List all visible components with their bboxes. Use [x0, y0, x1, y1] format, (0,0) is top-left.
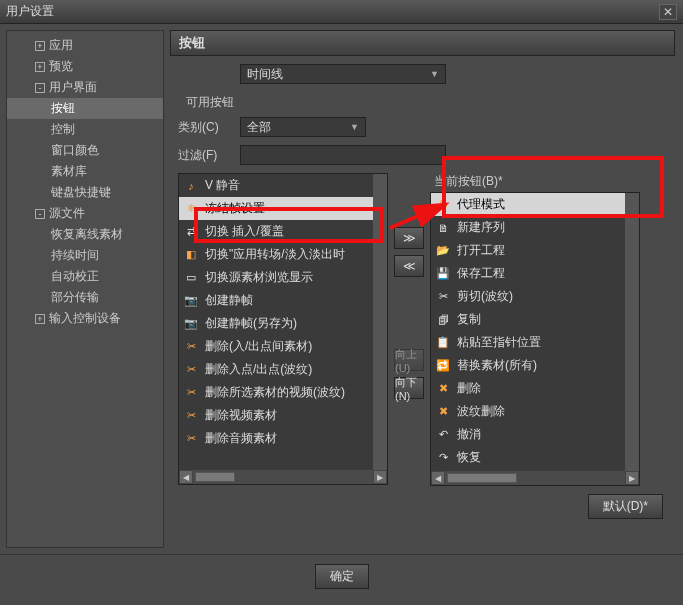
- settings-panel: 按钮 时间线▼ 可用按钮 类别(C) 全部▼ 过滤(F) ♪V 静音 ❄冻结帧设…: [164, 24, 683, 554]
- list-item: ✂剪切(波纹): [431, 285, 625, 308]
- list-item: ✂删除音频素材: [179, 427, 373, 450]
- list-item: 🗎新建序列: [431, 216, 625, 239]
- list-item: 🔁替换素材(所有): [431, 354, 625, 377]
- redo-icon: ↷: [435, 451, 451, 465]
- delete2-icon: ✖: [435, 382, 451, 396]
- tree-item-autofix[interactable]: 自动校正: [7, 266, 163, 287]
- section-title: 按钮: [170, 30, 675, 56]
- list-item: ✂删除视频素材: [179, 404, 373, 427]
- annotation-arrow-icon: [388, 200, 458, 240]
- tree-item-app[interactable]: +应用: [7, 35, 163, 56]
- main-area: +应用 +预览 -用户界面 按钮 控制 窗口颜色 素材库 键盘快捷键 -源文件 …: [0, 24, 683, 554]
- tree-item-source[interactable]: -源文件: [7, 203, 163, 224]
- paste-icon: 📋: [435, 336, 451, 350]
- list-item: ▭切换源素材浏览显示: [179, 266, 373, 289]
- delete-video-icon: ✂: [183, 386, 199, 400]
- close-button[interactable]: ✕: [659, 4, 677, 20]
- freeze-icon: ❄: [183, 202, 199, 216]
- tree-item-control[interactable]: 控制: [7, 119, 163, 140]
- tree-item-preview[interactable]: +预览: [7, 56, 163, 77]
- remove-button[interactable]: ≪: [394, 255, 424, 277]
- tree-item-ui[interactable]: -用户界面: [7, 77, 163, 98]
- layout-combo[interactable]: 时间线▼: [240, 64, 446, 84]
- list-item: 📷创建静帧: [179, 289, 373, 312]
- camera-icon: 📷: [183, 294, 199, 308]
- transition-icon: ◧: [183, 248, 199, 262]
- list-item-selected: ✎代理模式: [431, 193, 625, 216]
- list-item-selected: ❄冻结帧设置: [179, 197, 373, 220]
- available-list[interactable]: ♪V 静音 ❄冻结帧设置 ⇄切换 插入/覆盖 ◧切换"应用转场/淡入淡出时 ▭切…: [178, 173, 388, 485]
- delete-icon: ✂: [183, 340, 199, 354]
- list-item: ✂删除(入/出点间素材): [179, 335, 373, 358]
- category-label: 类别(C): [178, 119, 240, 136]
- window-title: 用户设置: [6, 3, 54, 20]
- filter-input[interactable]: [240, 145, 446, 165]
- save-icon: 💾: [435, 267, 451, 281]
- tree-item-wincolor[interactable]: 窗口颜色: [7, 140, 163, 161]
- tree-item-library[interactable]: 素材库: [7, 161, 163, 182]
- replace-icon: 🔁: [435, 359, 451, 373]
- scrollbar-h[interactable]: ◀▶: [179, 470, 387, 484]
- list-item: ◧切换"应用转场/淡入淡出时: [179, 243, 373, 266]
- list-item: ✖删除: [431, 377, 625, 400]
- ok-button[interactable]: 确定: [315, 564, 369, 589]
- switch-icon: ⇄: [183, 225, 199, 239]
- delete-audio-icon: ✂: [183, 432, 199, 446]
- open-icon: 📂: [435, 244, 451, 258]
- camera-save-icon: 📷: [183, 317, 199, 331]
- list-item: 📷创建静帧(另存为): [179, 312, 373, 335]
- svg-line-0: [390, 204, 446, 228]
- scrollbar-v[interactable]: [625, 193, 639, 471]
- tree-item-duration[interactable]: 持续时间: [7, 245, 163, 266]
- list-item: ✂删除入点/出点(波纹): [179, 358, 373, 381]
- copy-icon: 🗐: [435, 313, 451, 327]
- list-item: ↷恢复: [431, 446, 625, 469]
- list-item: ✂删除所选素材的视频(波纹): [179, 381, 373, 404]
- scrollbar-h[interactable]: ◀▶: [431, 471, 639, 485]
- undo-icon: ↶: [435, 428, 451, 442]
- cut-icon: ✂: [435, 290, 451, 304]
- scrollbar-v[interactable]: [373, 174, 387, 470]
- delete-vclip-icon: ✂: [183, 409, 199, 423]
- title-bar: 用户设置 ✕: [0, 0, 683, 24]
- default-button[interactable]: 默认(D)*: [588, 494, 663, 519]
- filter-label: 过滤(F): [178, 147, 240, 164]
- tree-item-input[interactable]: +输入控制设备: [7, 308, 163, 329]
- list-item: 💾保存工程: [431, 262, 625, 285]
- current-label: 当前按钮(B)*: [430, 173, 640, 192]
- tree-item-shortcuts[interactable]: 键盘快捷键: [7, 182, 163, 203]
- available-label: 可用按钮: [178, 92, 675, 117]
- ripple-del-icon: ✖: [435, 405, 451, 419]
- list-item: ⇄切换 插入/覆盖: [179, 220, 373, 243]
- tree-item-restore[interactable]: 恢复离线素材: [7, 224, 163, 245]
- list-item: 🗐复制: [431, 308, 625, 331]
- tree-item-partial[interactable]: 部分传输: [7, 287, 163, 308]
- nav-tree: +应用 +预览 -用户界面 按钮 控制 窗口颜色 素材库 键盘快捷键 -源文件 …: [6, 30, 164, 548]
- list-item: 📋粘贴至指针位置: [431, 331, 625, 354]
- tree-item-buttons[interactable]: 按钮: [7, 98, 163, 119]
- category-combo[interactable]: 全部▼: [240, 117, 366, 137]
- mute-icon: ♪: [183, 179, 199, 193]
- list-item: 📂打开工程: [431, 239, 625, 262]
- move-up-button[interactable]: 向上(U): [394, 349, 424, 371]
- list-item: ♪V 静音: [179, 174, 373, 197]
- delete-ripple-icon: ✂: [183, 363, 199, 377]
- list-item: ↶撤消: [431, 423, 625, 446]
- move-down-button[interactable]: 向下(N): [394, 377, 424, 399]
- footer: 确定: [0, 554, 683, 598]
- current-list[interactable]: ✎代理模式 🗎新建序列 📂打开工程 💾保存工程 ✂剪切(波纹) 🗐复制 📋粘贴至…: [430, 192, 640, 486]
- list-item: ✖波纹删除: [431, 400, 625, 423]
- source-icon: ▭: [183, 271, 199, 285]
